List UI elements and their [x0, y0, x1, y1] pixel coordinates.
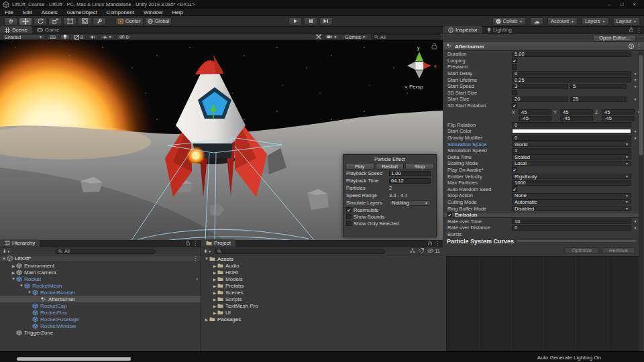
start-color-swatch[interactable]: [512, 129, 631, 133]
rate-over-distance-field[interactable]: 0: [512, 225, 631, 231]
project-item-ui[interactable]: ▶ UI: [201, 309, 443, 316]
particle-system-curves-header[interactable]: Particle System Curves: [443, 237, 639, 245]
visibility-toggle[interactable]: 0: [117, 34, 131, 40]
vector-2-field[interactable]: -45: [602, 116, 635, 121]
effects-dropdown[interactable]: ▼: [100, 34, 115, 40]
transform-tool-button[interactable]: [78, 17, 91, 25]
stop-button[interactable]: Stop: [405, 163, 434, 170]
gravity-modifier-field[interactable]: 0: [512, 135, 631, 141]
restart-button[interactable]: Restart: [376, 163, 405, 170]
project-item-scripts[interactable]: ▶ Scripts: [201, 296, 443, 302]
project-item-scenes[interactable]: ▶ Scenes: [201, 289, 443, 296]
start-size-min-field[interactable]: 20: [512, 97, 568, 102]
panel-menu-icon[interactable]: ⋮: [636, 27, 641, 34]
gizmos-dropdown[interactable]: Gizmos▼: [342, 34, 368, 40]
camera-settings-dropdown[interactable]: ▼: [324, 34, 339, 40]
module-checkbox[interactable]: ✔: [447, 213, 452, 217]
inspector-scrollbar[interactable]: [639, 51, 643, 351]
project-item-models[interactable]: ▶ Models: [201, 276, 443, 282]
tab-lighting[interactable]: Lighting: [482, 26, 517, 34]
hierarchy-item-rocketbooster[interactable]: ▼ RocketBooster: [0, 289, 201, 296]
account-dropdown[interactable]: Account▼: [547, 17, 578, 25]
pause-button[interactable]: [304, 17, 317, 25]
2d-toggle[interactable]: 2D: [47, 34, 58, 40]
delta-time-dropdown[interactable]: Scaled▼: [512, 154, 631, 160]
playback-time-field[interactable]: 64.12: [389, 178, 431, 184]
vector-1-field[interactable]: 45: [560, 109, 593, 115]
foldout-icon[interactable]: ▶: [11, 270, 16, 275]
pivot-toggle-button[interactable]: Center: [115, 17, 144, 25]
vector-0-field[interactable]: -45: [519, 116, 551, 121]
foldout-icon[interactable]: ▶: [212, 310, 217, 315]
hierarchy-item-rocketwindow[interactable]: RocketWindow: [0, 322, 201, 329]
component-tools-icon[interactable]: [316, 34, 321, 40]
hierarchy-item-rocketmesh[interactable]: ▼ RocketMesh: [0, 282, 201, 289]
play-on-awake-checkbox[interactable]: ✔: [512, 167, 517, 172]
foldout-icon[interactable]: ▶: [212, 263, 217, 268]
menu-file[interactable]: File: [0, 9, 18, 15]
project-item-packages[interactable]: ▶ Packages: [201, 316, 443, 322]
simulation-space-dropdown[interactable]: World▼: [512, 141, 631, 147]
play-button[interactable]: [288, 17, 302, 25]
hierarchy-item-environment[interactable]: ▶ Environment: [0, 262, 201, 269]
remove-button[interactable]: Remove: [602, 247, 635, 254]
looping-checkbox[interactable]: ✔: [512, 58, 517, 63]
menu-window[interactable]: Window: [139, 9, 167, 15]
hierarchy-item-liftoff[interactable]: ▼ LiftOff*⋮: [0, 255, 201, 262]
checkbox[interactable]: [346, 221, 352, 226]
foldout-icon[interactable]: ▶: [212, 304, 217, 308]
hierarchy-search-input[interactable]: All: [55, 249, 156, 254]
prewarm-checkbox[interactable]: [512, 64, 517, 70]
project-search-input[interactable]: [214, 249, 385, 254]
lighting-toggle[interactable]: [60, 34, 70, 40]
hierarchy-item-triggerzone[interactable]: TriggerZone: [0, 329, 201, 336]
project-item-audio[interactable]: ▶ Audio: [201, 262, 443, 269]
close-button[interactable]: ×: [633, 1, 636, 7]
gizmo-lock-icon[interactable]: [432, 44, 437, 50]
foldout-icon[interactable]: ▼: [1, 257, 7, 261]
menu-assets[interactable]: Assets: [37, 9, 62, 15]
move-tool-button[interactable]: [19, 17, 32, 25]
tab-scene[interactable]: Scene: [0, 26, 32, 34]
emitter-velocity-dropdown[interactable]: Rigidbody▼: [512, 174, 631, 179]
hierarchy-horizontal-scrollbar[interactable]: [17, 357, 131, 361]
foldout-icon[interactable]: ▶: [212, 277, 217, 282]
panel-menu-icon[interactable]: ⋮: [193, 241, 198, 247]
panel-menu-icon[interactable]: ⋮: [435, 241, 440, 247]
foldout-icon[interactable]: ▼: [27, 290, 32, 294]
duration-field[interactable]: 5.00: [512, 52, 631, 57]
draw-mode-dropdown[interactable]: Shaded▼: [2, 34, 45, 40]
start-speed-min-field[interactable]: 3: [512, 84, 568, 89]
rate-over-time-field[interactable]: 10: [512, 219, 631, 224]
start-lifetime-field[interactable]: 0.25: [512, 77, 631, 82]
type-filter-icon[interactable]: [410, 248, 415, 255]
play-button[interactable]: Play: [345, 163, 374, 170]
foldout-icon[interactable]: ▼: [19, 284, 24, 288]
3d-start-rotation-checkbox[interactable]: ✔: [512, 103, 517, 109]
exposure-toggle[interactable]: 0: [72, 34, 86, 40]
ring-buffer-mode-dropdown[interactable]: Disabled▼: [512, 206, 631, 211]
max-particles-field[interactable]: 1000: [512, 180, 631, 186]
hierarchy-item-rocketfins[interactable]: RocketFins: [0, 309, 201, 316]
foldout-icon[interactable]: ▶: [212, 270, 217, 275]
checkbox[interactable]: [346, 214, 352, 219]
start-delay-field[interactable]: 0: [512, 71, 631, 76]
simulate-layers-dropdown[interactable]: Nothing▼: [389, 200, 431, 206]
prefab-open-arrow[interactable]: ›: [196, 276, 198, 282]
checkbox[interactable]: ✔: [346, 207, 352, 213]
layers-dropdown[interactable]: Layers▼: [582, 17, 608, 25]
open-editor-button[interactable]: Open Editor...: [593, 35, 636, 42]
foldout-icon[interactable]: ▼: [204, 257, 209, 261]
hidden-count-eye-icon[interactable]: [427, 248, 433, 254]
label-filter-icon[interactable]: [419, 248, 424, 255]
scene-menu-icon[interactable]: ⋮: [193, 255, 198, 261]
lock-icon[interactable]: [629, 27, 633, 34]
collab-button[interactable]: Collab▼: [492, 17, 526, 25]
axis-gizmo[interactable]: y x < Persp: [405, 46, 437, 90]
pep-check-show-bounds[interactable]: Show Bounds: [343, 213, 436, 220]
3d-start-size-checkbox[interactable]: [512, 90, 517, 95]
foldout-icon[interactable]: ▼: [11, 277, 16, 281]
particle-system-component-header[interactable]: Afterburner ! ⋮: [443, 42, 644, 51]
step-button[interactable]: [319, 17, 333, 25]
scene-viewport[interactable]: y x < Persp Particle Effect PlayRestartS…: [0, 40, 443, 241]
